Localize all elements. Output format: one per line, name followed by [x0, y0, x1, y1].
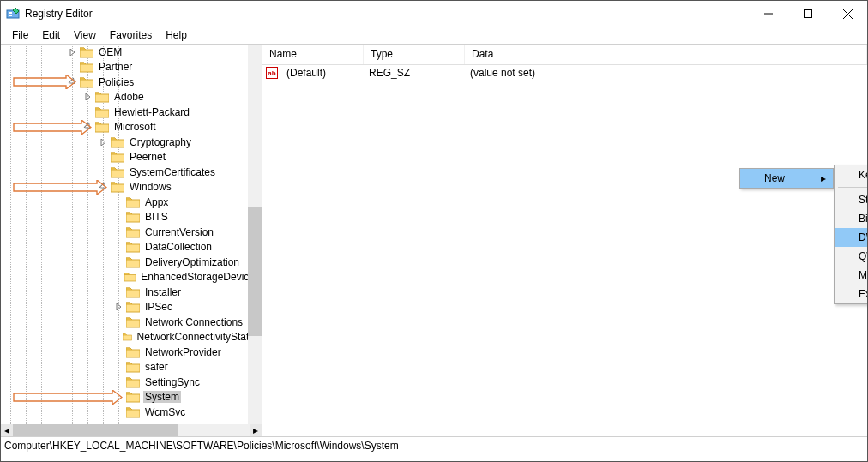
tree-item-label: Cryptography	[128, 136, 193, 148]
context-menu-item-new[interactable]: New ▸	[740, 169, 833, 188]
tree-item-label: Policies	[97, 76, 136, 88]
tree-item-label: Partner	[97, 61, 134, 73]
expander-icon[interactable]	[99, 137, 109, 147]
expander-icon[interactable]	[114, 302, 124, 312]
column-name[interactable]: Name	[262, 45, 364, 64]
tree-item-label: NetworkConnectivityStatus	[136, 331, 262, 343]
tree-item[interactable]: WcmSvc	[1, 405, 262, 420]
context-menu-item[interactable]: Multi-String Value	[835, 266, 868, 285]
context-menu-item[interactable]: Binary Value	[835, 209, 868, 228]
tree-item-label: BITS	[143, 211, 170, 223]
maximize-button[interactable]	[788, 1, 828, 27]
annotation-arrow	[13, 120, 92, 137]
tree-item-label: NetworkProvider	[143, 346, 223, 358]
tree-item-label: SettingSync	[143, 376, 202, 388]
menu-view[interactable]: View	[68, 27, 102, 43]
tree-item[interactable]: SystemCertificates	[1, 165, 262, 180]
scroll-left-icon[interactable]: ◂	[1, 424, 13, 436]
tree-item[interactable]: BITS	[1, 210, 262, 225]
annotation-arrow	[13, 390, 123, 407]
context-menu-item[interactable]: Key	[835, 165, 868, 184]
context-submenu-new: KeyString ValueBinary ValueDWORD (32-bit…	[834, 165, 868, 304]
window-title: Registry Editor	[25, 8, 93, 20]
submenu-arrow-icon: ▸	[821, 172, 826, 184]
svg-rect-2	[9, 15, 12, 16]
list-header: Name Type Data	[262, 45, 867, 65]
tree-item[interactable]: IPSec	[1, 300, 262, 315]
cell-name: (Default)	[280, 67, 362, 79]
annotation-arrow	[13, 75, 76, 92]
menubar: FileEditViewFavoritesHelp	[1, 27, 867, 44]
svg-rect-1	[9, 12, 12, 14]
tree-item[interactable]: safer	[1, 360, 262, 375]
tree-item[interactable]: Network Connections	[1, 315, 262, 330]
titlebar: Registry Editor	[1, 1, 867, 27]
tree-item-label: EnhancedStorageDevices	[139, 271, 262, 283]
tree-item-label: Appx	[143, 196, 170, 208]
tree-item-label: Installer	[143, 286, 183, 298]
context-menu-label: New	[764, 172, 785, 184]
tree-pane: OEMPartnerPoliciesAdobeHewlett-PackardMi…	[1, 45, 262, 436]
tree-item[interactable]: Cryptography	[1, 135, 262, 150]
tree-item[interactable]: Peernet	[1, 150, 262, 165]
statusbar: Computer\HKEY_LOCAL_MACHINE\SOFTWARE\Pol…	[1, 436, 867, 455]
close-button[interactable]	[828, 1, 867, 27]
tree-item[interactable]: DeliveryOptimization	[1, 255, 262, 270]
tree-item-label: Hewlett-Packard	[112, 106, 191, 118]
scroll-right-icon[interactable]: ▸	[250, 424, 262, 436]
context-menu-item[interactable]: DWORD (32-bit) Value	[835, 228, 868, 247]
column-type[interactable]: Type	[364, 45, 465, 64]
cell-data: (value not set)	[463, 67, 867, 79]
tree-item-label: SystemCertificates	[128, 166, 217, 178]
menu-favorites[interactable]: Favorites	[104, 27, 158, 43]
tree-item[interactable]: Hewlett-Packard	[1, 105, 262, 120]
tree-item-label: Peernet	[128, 151, 167, 163]
menu-edit[interactable]: Edit	[36, 27, 66, 43]
tree-item-label: Windows	[128, 181, 173, 193]
list-pane: Name Type Data ab(Default)REG_SZ(value n…	[262, 45, 867, 436]
expander-icon[interactable]	[68, 47, 78, 57]
context-menu-item[interactable]: String Value	[835, 190, 868, 209]
context-menu: New ▸	[739, 168, 834, 189]
tree-item-label: Adobe	[112, 91, 146, 103]
menu-file[interactable]: File	[6, 27, 34, 43]
tree-item-label: safer	[143, 361, 170, 373]
context-menu-item[interactable]: QWORD (64-bit) Value	[835, 247, 868, 266]
tree-item-label: CurrentVersion	[143, 226, 215, 238]
tree-item[interactable]: CurrentVersion	[1, 225, 262, 240]
tree-item[interactable]: Installer	[1, 285, 262, 300]
window-controls	[749, 1, 867, 27]
regedit-icon	[6, 7, 20, 21]
cell-type: REG_SZ	[362, 67, 463, 79]
tree-item[interactable]: OEM	[1, 45, 262, 60]
tree-vertical-scrollbar[interactable]	[248, 45, 262, 424]
minimize-button[interactable]	[749, 1, 788, 27]
list-body[interactable]: ab(Default)REG_SZ(value not set)	[262, 65, 867, 81]
svg-rect-4	[805, 10, 812, 18]
tree-item-label: Network Connections	[143, 316, 244, 328]
tree-item[interactable]: DataCollection	[1, 240, 262, 255]
tree-item-label: WcmSvc	[143, 406, 187, 418]
tree-item[interactable]: EnhancedStorageDevices	[1, 270, 262, 285]
tree-item-label: DeliveryOptimization	[143, 256, 241, 268]
list-row[interactable]: ab(Default)REG_SZ(value not set)	[262, 65, 867, 81]
tree[interactable]: OEMPartnerPoliciesAdobeHewlett-PackardMi…	[1, 45, 262, 420]
tree-item[interactable]: Partner	[1, 60, 262, 75]
column-data[interactable]: Data	[465, 45, 867, 64]
tree-item[interactable]: Appx	[1, 195, 262, 210]
context-menu-item[interactable]: Expandable String Value	[835, 285, 868, 303]
tree-item-label: OEM	[97, 46, 124, 58]
tree-item[interactable]: SettingSync	[1, 375, 262, 390]
string-value-icon: ab	[266, 67, 278, 79]
expander-icon[interactable]	[83, 92, 93, 102]
annotation-arrow	[13, 180, 107, 197]
tree-item[interactable]: NetworkConnectivityStatus	[1, 330, 262, 345]
tree-item[interactable]: NetworkProvider	[1, 345, 262, 360]
tree-horizontal-scrollbar[interactable]: ◂ ▸	[1, 424, 262, 436]
content-area: OEMPartnerPoliciesAdobeHewlett-PackardMi…	[1, 44, 867, 436]
tree-item-label: IPSec	[143, 301, 174, 313]
menu-help[interactable]: Help	[160, 27, 193, 43]
tree-item-label: DataCollection	[143, 241, 214, 253]
tree-item-label: Microsoft	[112, 121, 158, 133]
tree-item[interactable]: Adobe	[1, 90, 262, 105]
